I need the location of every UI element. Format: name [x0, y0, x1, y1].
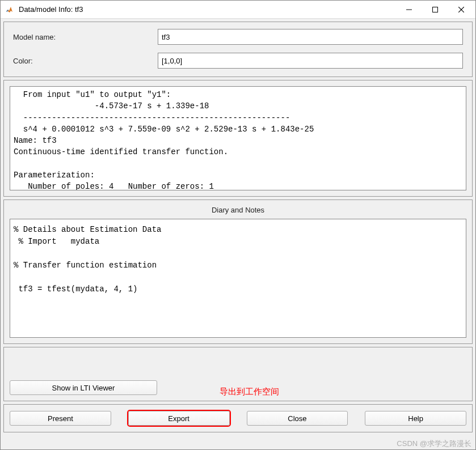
minimize-button[interactable]: [396, 1, 422, 18]
close-button[interactable]: Close: [247, 411, 348, 426]
window-title: Data/model Info: tf3: [19, 5, 396, 14]
export-button[interactable]: Export: [128, 411, 230, 426]
model-name-row: Model name:: [13, 29, 463, 45]
matlab-icon: [5, 5, 14, 14]
content-area: Model name: Color: From input "u1" to ou…: [1, 19, 475, 449]
svg-rect-1: [433, 7, 438, 12]
titlebar: Data/model Info: tf3: [1, 1, 475, 19]
help-button[interactable]: Help: [365, 411, 466, 426]
export-annotation: 导出到工作空间: [220, 387, 279, 397]
window-controls: [396, 1, 474, 18]
maximize-button[interactable]: [422, 1, 448, 18]
model-name-label: Model name:: [13, 33, 158, 41]
color-row: Color:: [13, 53, 463, 69]
model-info-panel: From input "u1" to output "y1": -4.573e-…: [3, 80, 473, 197]
color-label: Color:: [13, 57, 158, 65]
show-lti-viewer-button[interactable]: Show in LTI Viewer: [10, 380, 157, 395]
color-input[interactable]: [158, 53, 463, 69]
present-button[interactable]: Present: [10, 411, 111, 426]
diary-title: Diary and Notes: [10, 205, 466, 219]
diary-panel: Diary and Notes % Details about Estimati…: [3, 199, 473, 344]
model-info-text[interactable]: From input "u1" to output "y1": -4.573e-…: [10, 86, 466, 190]
model-name-input[interactable]: [158, 29, 463, 45]
close-window-button[interactable]: [448, 1, 474, 18]
diary-text[interactable]: % Details about Estimation Data % Import…: [10, 219, 466, 338]
properties-panel: Model name: Color:: [3, 22, 473, 77]
dialog-window: Data/model Info: tf3 Model name: Color:: [0, 0, 476, 450]
action-panel: Present Export Close Help: [3, 404, 473, 432]
lti-panel: Show in LTI Viewer 导出到工作空间: [3, 347, 473, 401]
